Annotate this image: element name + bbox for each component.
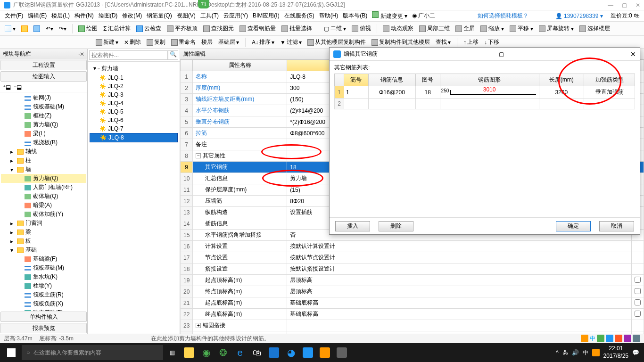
tree-node[interactable]: 剪力墙(Q) [1,174,86,183]
tb2-filter[interactable]: ▼ 过滤 ▾ [279,38,303,47]
xiaoer[interactable]: ◉ 广小二 [410,11,437,21]
component-item[interactable]: JLQ-2 [90,82,178,90]
rebar-row[interactable]: 1 1 Φ16@200 18 250 3010 3260 垂直加强筋 [335,86,635,99]
component-item[interactable]: JLQ-4 [90,99,178,107]
menu-item[interactable]: 绘图(D) [97,11,120,21]
task-edge-icon[interactable]: e [232,343,248,362]
task-ggj-icon[interactable] [300,343,316,362]
component-item[interactable]: JLQ-6 [90,116,178,124]
dlg-close-icon[interactable]: ✕ [630,50,636,58]
expand-icon[interactable]: ⁺⬓ [3,84,11,90]
tree-node[interactable]: 暗梁(A) [1,201,86,210]
tb-draw[interactable]: 绘图 [76,24,99,33]
menu-item[interactable]: 工具(T) [198,11,221,21]
tab-report[interactable]: 报表预览 [0,323,87,333]
tb-pan[interactable]: 平移 ▾ [508,24,535,33]
property-row[interactable]: 21起点底标高(m)基础底标高 [181,297,644,309]
tree-node[interactable]: ▾墙 [1,165,86,174]
tab-proj-settings[interactable]: 工程设置 [0,60,87,70]
tree-node[interactable]: 筏板基础(M) [1,102,86,111]
insert-button[interactable]: 插入 [335,221,370,231]
tb2-basefloor[interactable]: 基础层 ▾ [217,38,240,47]
task-wechat-icon[interactable]: ❂ [215,343,231,362]
tab-draw-input[interactable]: 绘图输入 [0,71,87,82]
tb-selfloor[interactable]: 选择楼层 [578,24,612,33]
prop-checkbox[interactable] [635,311,641,317]
tb2-rename[interactable]: 重命名 [170,38,197,47]
prop-checkbox[interactable] [635,277,641,283]
tb-redo[interactable]: ↷▾ [57,25,68,33]
ok-button[interactable]: 确定 [556,221,591,231]
tb-open[interactable] [19,25,30,33]
min-icon[interactable]: — [608,2,613,8]
task-q-icon[interactable]: ◕ [283,343,299,362]
tb-top[interactable]: 俯视 [350,24,373,33]
task-orange-icon[interactable] [317,343,333,362]
prop-checkbox[interactable] [635,288,641,294]
tree-node[interactable]: ▸梁 [1,228,86,237]
tb-rotate[interactable]: 屏幕旋转 ▾ [537,24,576,33]
collapse-icon[interactable]: ⁻⬓ [14,84,22,90]
component-item[interactable]: JLQ-7 [90,124,178,133]
tb-find[interactable]: 查找图元 [201,24,236,33]
status-icon-1[interactable] [581,335,588,342]
tb-local3d[interactable]: 局部三维 [417,24,452,33]
property-row[interactable]: 20终点顶标高(m)层顶标高 [181,286,644,297]
nav-close-icon[interactable]: ▫✕ [78,51,84,58]
tb-sum[interactable]: Σ 汇总计算 [101,24,132,33]
menu-item[interactable]: 在线服务(S) [282,11,316,21]
tb2-up[interactable]: ↑ 上移 [462,38,480,47]
tree-node[interactable]: 柱墩(Y) [1,281,86,290]
task-folder-icon[interactable] [181,343,197,362]
tree-node[interactable]: 剪力墙(Q) [1,120,86,129]
tree-node[interactable]: 人防门框墙(RF) [1,183,86,192]
property-row[interactable]: 18搭接设置按默认搭接设置计 [181,263,644,275]
component-item[interactable]: JLQ-1 [90,74,178,82]
menu-item[interactable]: 楼层(L) [50,11,72,21]
dlg-max-icon[interactable]: ▢ [499,51,504,58]
tray-net-icon[interactable]: 🖧 [562,349,568,356]
menu-item[interactable]: 构件(N) [73,11,96,21]
task-browser-icon[interactable]: ◉ [198,343,214,362]
tb2-floor[interactable]: 楼层 [200,38,214,47]
tray-notif-icon[interactable]: 💬 [632,349,639,356]
tree-node[interactable]: ▸轴线 [1,147,86,156]
tree-node[interactable]: 框柱(Z) [1,111,86,120]
tb-save[interactable] [32,25,42,33]
tree-node[interactable]: 砌体墙(Q) [1,192,86,201]
tray-ime-icon[interactable]: 中 [583,349,588,357]
tree-node[interactable]: 集水坑(K) [1,272,86,281]
tb2-del[interactable]: ✕ 删除 [123,38,142,47]
tray-clock[interactable]: 22:012017/8/25 [603,345,628,360]
tray-vol-icon[interactable]: 🔊 [572,349,579,356]
tray-up-icon[interactable]: ^ [556,349,559,356]
delete-button[interactable]: 删除 [379,221,413,231]
task-word-icon[interactable] [266,343,282,362]
list-group[interactable]: ▾ ▫ 剪力墙 [90,64,178,74]
status-icon-6[interactable] [633,335,640,342]
tb2-search[interactable]: 查找 ▾ [434,38,452,47]
tree-node[interactable]: 梁(L) [1,129,86,138]
search-button[interactable]: 🔍 [168,50,178,60]
menu-item[interactable]: 视图(V) [175,11,198,21]
tb-flat[interactable]: 平齐板顶 [165,24,199,33]
tree-node[interactable]: ▸板 [1,237,86,246]
user-id[interactable]: 👤 13907298339 ▾ [553,12,605,20]
tb-zoom[interactable]: 缩放 ▾ [479,24,506,33]
help-link[interactable]: 如何选择损耗模板？ [476,11,530,21]
tb-undo[interactable]: ↶▾ [44,25,55,33]
menu-item[interactable]: 帮助(H) [317,11,340,21]
property-row[interactable]: 16计算设置按默认计算设置计 [181,241,644,252]
status-icon-5[interactable] [624,335,631,342]
start-button[interactable] [2,343,21,362]
tree-node[interactable]: ▸门窗洞 [1,219,86,228]
rebar-row-empty[interactable]: 2 [335,99,635,109]
tree-node[interactable]: 筏板基础(M) [1,263,86,272]
tb2-copyfrom[interactable]: 从其他楼层复制构件 [306,38,367,47]
tree-node[interactable]: 轴网(J) [1,93,86,102]
tb-new[interactable]: ▾ [3,25,17,33]
component-item[interactable]: JLQ-8 [90,133,178,142]
taskbar-search[interactable]: ○ 在这里输入你要搜索的内容 [22,345,163,360]
component-item[interactable]: JLQ-3 [90,90,178,99]
tb2-copyto[interactable]: 复制构件到其他楼层 [370,38,431,47]
